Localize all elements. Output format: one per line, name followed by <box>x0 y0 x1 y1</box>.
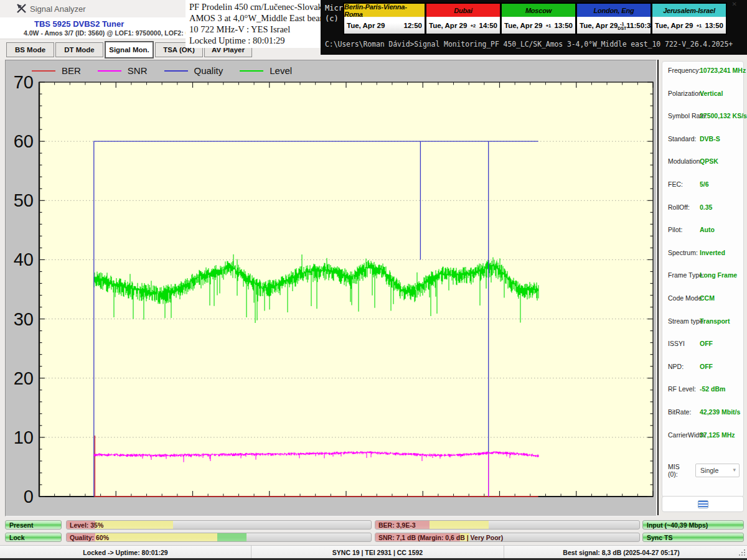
clock-time: 12:50 <box>404 22 422 29</box>
clock-date: Tue, Apr 29 <box>504 22 542 29</box>
clock-date: Tue, Apr 29 <box>429 22 467 29</box>
clock-city-label: Dubai <box>426 4 500 17</box>
clock-city-label: Jerusalem-Israel <box>652 4 726 17</box>
clock-utc-offset: +2 <box>471 24 476 28</box>
clock-time: 11:50:37 <box>626 22 654 29</box>
quality-meter: Quality: 60% <box>66 533 372 542</box>
clock-date: Tue, Apr 29 <box>655 22 693 29</box>
param-label: RF Level: <box>668 385 696 393</box>
stream-list-button[interactable] <box>662 496 744 512</box>
legend-label: BER <box>62 65 81 76</box>
clock-utc-offset: +1 <box>546 24 552 28</box>
clock-utc-offset: +1 <box>697 24 702 28</box>
tab-dt-mode[interactable]: DT Mode <box>55 42 103 57</box>
param-label: ISSYI <box>668 340 685 347</box>
legend-item: BER <box>32 65 81 76</box>
param-value: QPSK <box>700 157 718 165</box>
clock-time: 13:50 <box>705 22 723 29</box>
tab-bs-mode[interactable]: BS Mode <box>6 42 54 57</box>
clock-moscow: Moscow Tue, Apr 29 +1 13:50 <box>502 4 575 34</box>
param-value: -52 dBm <box>700 385 725 393</box>
status-uptime: Locked -> Uptime: 80:01:29 <box>0 546 251 559</box>
param-value: 37,125 MHz <box>700 431 735 439</box>
svg-text:50: 50 <box>14 190 34 210</box>
tab-signal-mon[interactable]: Signal Mon. <box>105 41 154 58</box>
param-label: Code Mode: <box>668 294 703 302</box>
clock-date: Tue, Apr 29 <box>580 22 618 29</box>
tuner-name: TBS 5925 DVBS2 Tuner <box>34 19 124 29</box>
legend-label: Quality <box>194 65 223 76</box>
legend-label: Level <box>270 65 292 76</box>
param-label: Polarization: <box>668 90 704 97</box>
svg-text:70: 70 <box>14 72 34 92</box>
app-icon <box>16 3 27 14</box>
status-best-signal: Best signal: 8,3 dB (2025-04-27 05:17) <box>504 546 738 559</box>
param-value: Long Frame <box>700 271 737 279</box>
legend-item: Level <box>240 65 292 76</box>
lock-indicator: Lock <box>5 533 62 542</box>
list-icon <box>698 500 708 508</box>
param-label: FEC: <box>668 180 683 188</box>
param-label: BitRate: <box>668 408 691 416</box>
clock-dubai: Dubai Tue, Apr 29 +2 14:50 <box>426 4 500 34</box>
param-value: 0.35 <box>700 203 712 211</box>
param-value: 27500,132 KS/s <box>700 112 747 119</box>
param-value: Vertical <box>700 90 723 97</box>
clock-city-label: Moscow <box>502 4 575 17</box>
clock-berlin: Berlin-Paris-Vienna-Roma Tue, Apr 29 12:… <box>344 4 425 34</box>
svg-text:10: 10 <box>14 427 34 447</box>
clock-city-label: London, Eng <box>577 4 651 17</box>
param-label: Pilot: <box>668 226 682 233</box>
parameter-card: Frequency:10723,241 MHz Polarization:Ver… <box>662 61 744 497</box>
param-value: DVB-S <box>700 135 720 142</box>
clock-time: 14:50 <box>479 22 497 29</box>
legend-swatch <box>98 70 121 72</box>
legend-item: SNR <box>98 65 148 76</box>
site-note-overlay: PF Prodelin 450 cm/Lučenec-Slovakia AMOS… <box>186 0 324 48</box>
chart-plot: 010203040506070 <box>6 60 656 516</box>
status-bar: Locked -> Uptime: 80:01:29 SYNC 19 | TEI… <box>0 545 747 559</box>
meter-segment <box>95 521 173 529</box>
status-sync-counts: SYNC 19 | TEI 2931 | CC 1592 <box>251 546 504 559</box>
sync-ts-indicator: Sync TS <box>642 533 744 542</box>
console-prompt[interactable]: C:\Users\Roman Dávid>Signal Monitoring_P… <box>325 40 733 49</box>
mis-select[interactable]: Single ▾ <box>695 464 740 477</box>
param-label: Standard: <box>668 135 697 142</box>
legend-swatch <box>164 70 188 72</box>
svg-text:40: 40 <box>14 250 34 269</box>
legend-label: SNR <box>128 65 148 76</box>
clock-date: Tue, Apr 29 <box>347 22 385 29</box>
meter-segment <box>95 533 217 541</box>
param-value: 10723,241 MHz <box>700 67 746 74</box>
clock-dst-label: DST <box>618 26 626 30</box>
param-label: Frequency: <box>668 67 701 74</box>
resize-grip[interactable] <box>738 548 745 556</box>
param-label: Frame Type: <box>668 271 705 279</box>
param-label: Spectrum: <box>668 249 698 256</box>
svg-text:30: 30 <box>14 309 34 329</box>
param-value: Inverted <box>700 249 725 256</box>
clock-utc-offset: -1 <box>620 22 624 26</box>
mis-label: MIS (0): <box>668 463 690 478</box>
world-clocks-window: Berlin-Paris-Vienna-Roma Tue, Apr 29 12:… <box>343 2 727 35</box>
param-value: Auto <box>700 226 715 233</box>
chart-legend: BERSNRQualityLevel <box>32 65 292 76</box>
parameter-panel: Frequency:10723,241 MHz Polarization:Ver… <box>659 60 747 518</box>
legend-swatch <box>240 70 263 72</box>
level-meter: Level: 35% <box>66 520 372 530</box>
svg-text:0: 0 <box>24 487 34 506</box>
note-line: PF Prodelin 450 cm/Lučenec-Slovakia <box>189 1 324 12</box>
ber-meter: BER: 3,9E-3 <box>375 520 640 530</box>
note-line: AMOS 3 at 4,0°W_Middle East beam <box>189 12 324 24</box>
legend-swatch <box>32 70 55 72</box>
note-line: 10 722 MHz-V : YES Israel <box>189 24 324 35</box>
snr-meter: SNR: 7,1 dB (Margin: 0,6 dB | Very Poor) <box>375 533 640 542</box>
clock-jerusalem: Jerusalem-Israel Tue, Apr 29 +1 13:50 <box>652 4 726 34</box>
clock-city-label: Berlin-Paris-Vienna-Roma <box>344 4 425 17</box>
chevron-down-icon: ▾ <box>733 467 736 473</box>
meter-segment <box>430 521 489 529</box>
note-line: Locked Uptime : 80:01:29 <box>189 35 324 46</box>
param-label: Modulation: <box>668 157 702 165</box>
meter-segment <box>217 533 246 541</box>
clock-london: London, Eng Tue, Apr 29 -1DST 11:50:37 <box>577 4 651 34</box>
